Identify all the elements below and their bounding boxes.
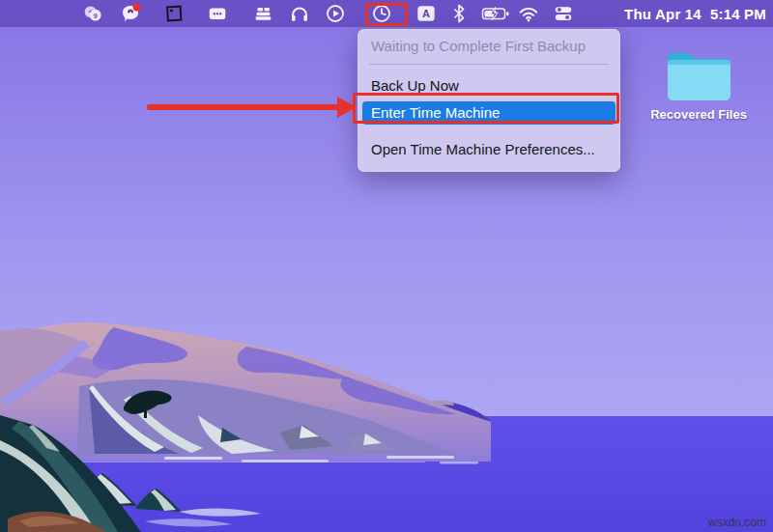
time-machine-menu: Waiting to Complete First Backup Back Up… [358, 29, 620, 172]
window-dots-icon[interactable] [207, 3, 228, 24]
watermark: wsxdn.com [708, 516, 766, 529]
bluetooth-icon[interactable] [448, 3, 470, 24]
menu-item-back-up-now[interactable]: Back Up Now [358, 72, 620, 99]
reading-stack-icon[interactable] [252, 3, 273, 24]
menu-bar: 9 [0, 0, 773, 27]
screenshot-frame-icon[interactable] [163, 3, 185, 24]
headphones-icon[interactable] [289, 3, 310, 24]
player-play-icon[interactable] [325, 3, 346, 24]
menu-item-enter-time-machine[interactable]: Enter Time Machine [362, 101, 616, 125]
menubar-clock[interactable]: Thu Apr 14 5:14 PM [624, 0, 766, 27]
input-source-icon[interactable]: A [415, 3, 437, 24]
app-badge-icon[interactable]: 9 [83, 3, 104, 24]
clock-time: 5:14 PM [710, 6, 766, 22]
clock-date: Thu Apr 14 [624, 6, 701, 22]
menu-item-open-preferences[interactable]: Open Time Machine Preferences... [358, 136, 620, 163]
time-machine-icon[interactable] [371, 3, 392, 24]
menu-separator [369, 64, 609, 65]
battery-charging-icon[interactable] [481, 3, 510, 24]
annotation-arrow-head-icon [337, 97, 357, 118]
desktop: 9 [0, 0, 773, 532]
wifi-icon[interactable] [518, 3, 539, 24]
annotation-arrow-shaft [147, 104, 339, 110]
viber-phone-icon[interactable] [120, 3, 141, 24]
folder-label: Recovered Files [650, 107, 747, 122]
svg-text:9: 9 [94, 12, 98, 20]
menu-item-backup-status: Waiting to Complete First Backup [358, 36, 620, 57]
desktop-folder-recovered-files[interactable]: Recovered Files [650, 42, 747, 122]
control-center-icon[interactable] [553, 3, 574, 24]
folder-icon [662, 42, 735, 104]
input-source-letter: A [422, 8, 430, 19]
